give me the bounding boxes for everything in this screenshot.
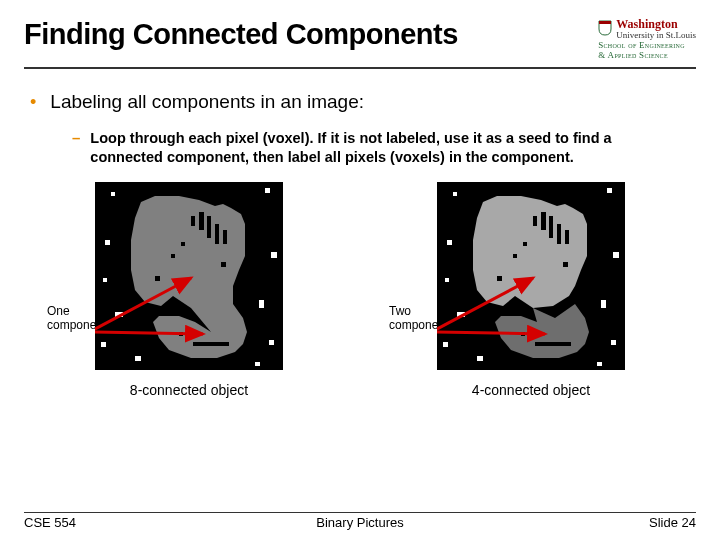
dash-icon: – [72,129,80,146]
slide-footer: CSE 554 Binary Pictures Slide 24 [24,512,696,530]
svg-rect-23 [521,332,525,336]
shield-icon [598,20,612,39]
svg-rect-6 [171,254,175,258]
bullet-icon: • [30,93,36,111]
bullet-level2: – Loop through each pixel (voxel). If it… [72,129,682,168]
logo-school-line2: & Applied Science [598,51,668,61]
logo-university-name: Washington [616,17,677,31]
footer-right: Slide 24 [649,515,696,530]
svg-rect-19 [513,254,517,258]
figure-row: One component [24,182,696,398]
svg-rect-16 [557,224,561,244]
bullet1-text: Labeling all components in an image: [50,91,364,113]
university-logo: Washington University in St.Louis School… [598,18,696,61]
svg-rect-18 [523,242,527,246]
svg-rect-2 [207,216,211,238]
svg-rect-20 [563,262,568,267]
figure-left-image [95,182,283,370]
svg-rect-15 [549,216,553,238]
figure-right-image [437,182,625,370]
svg-rect-22 [535,342,571,346]
svg-rect-9 [193,342,229,346]
svg-rect-7 [221,262,226,267]
footer-left: CSE 554 [24,515,76,530]
bullet2-text: Loop through each pixel (voxel). If it i… [90,129,682,168]
svg-rect-8 [155,276,160,281]
svg-rect-3 [215,224,219,244]
svg-rect-21 [497,276,502,281]
svg-rect-13 [541,212,546,230]
bullet-level1: • Labeling all components in an image: [30,91,696,113]
svg-rect-14 [533,216,537,226]
logo-university-sub: University in St.Louis [616,30,696,40]
slide-header: Finding Connected Components Washington … [24,18,696,69]
footer-center: Binary Pictures [316,515,403,530]
svg-rect-1 [191,216,195,226]
figure-left: One component [49,182,329,398]
slide-title: Finding Connected Components [24,18,458,51]
figure-right-caption: 4-connected object [472,382,590,398]
figure-left-caption: 8-connected object [130,382,248,398]
svg-rect-5 [181,242,185,246]
figure-right: Two components [391,182,671,398]
svg-rect-4 [223,230,227,244]
svg-rect-10 [179,332,183,336]
svg-rect-17 [565,230,569,244]
svg-rect-0 [199,212,204,230]
